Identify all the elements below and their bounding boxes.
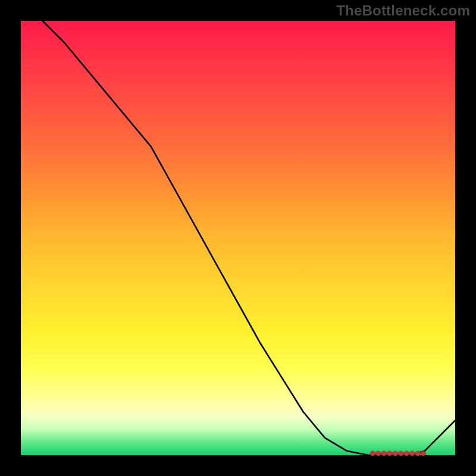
chart-svg — [21, 21, 455, 455]
optimal-marker — [381, 451, 386, 456]
optimal-marker — [415, 451, 420, 456]
optimal-marker — [376, 451, 381, 456]
plot-area — [21, 21, 455, 455]
chart-frame: TheBottleneck.com — [0, 0, 476, 476]
optimal-marker — [399, 451, 403, 456]
optimal-marker — [404, 451, 409, 456]
optimal-marker — [370, 451, 375, 456]
curve-layer — [43, 21, 456, 455]
optimal-marker — [393, 451, 397, 456]
optimal-marker — [387, 451, 392, 456]
watermark-label: TheBottleneck.com — [336, 2, 470, 19]
bottleneck-curve — [43, 21, 456, 455]
optimal-marker — [421, 451, 426, 456]
optimal-marker — [410, 451, 415, 456]
